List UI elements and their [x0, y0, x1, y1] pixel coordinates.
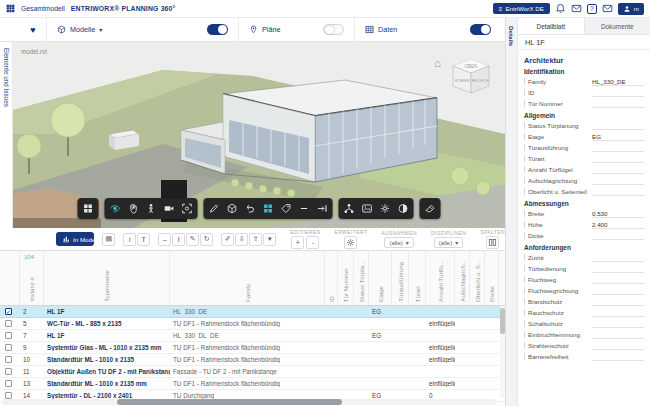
- column-header-anzahl[interactable]: Anzahl Türflü...: [426, 251, 455, 305]
- table-row[interactable]: 10Standardtür ML - 1010 x 2135TU DF1 - R…: [0, 354, 505, 366]
- more-button[interactable]: ▾: [263, 233, 276, 246]
- messages-icon[interactable]: [571, 3, 582, 14]
- mail-icon[interactable]: [602, 3, 613, 14]
- help-icon[interactable]: ?: [587, 4, 597, 14]
- columns-button[interactable]: [486, 236, 499, 249]
- grid-view-tool[interactable]: [260, 200, 277, 217]
- capture-tool[interactable]: [179, 200, 196, 217]
- export-button[interactable]: ⇩: [235, 233, 248, 246]
- field-value[interactable]: [592, 143, 644, 152]
- breadcrumb[interactable]: Gesamtmodell: [21, 5, 65, 12]
- field-value[interactable]: [592, 253, 644, 262]
- column-header-tuerausfuehrung[interactable]: Türausführung: [392, 251, 409, 305]
- field-value[interactable]: 0.530: [592, 209, 644, 218]
- isolate-tool[interactable]: [314, 200, 331, 217]
- add-row-button[interactable]: +: [291, 236, 304, 249]
- eraser-tool[interactable]: [422, 200, 439, 217]
- field-value[interactable]: [592, 275, 644, 284]
- field-value[interactable]: [592, 330, 644, 339]
- field-value[interactable]: [592, 319, 644, 328]
- elements-issues-rail[interactable]: Elemente und Issues: [0, 42, 13, 228]
- settings-tool[interactable]: [377, 200, 394, 217]
- fill-down-button[interactable]: ✐: [221, 233, 234, 246]
- column-header-oberlicht[interactable]: Oberlicht u. S...: [470, 251, 485, 305]
- tag-tool[interactable]: [278, 200, 295, 217]
- column-header-instanz[interactable]: 104Instanz #: [20, 251, 44, 305]
- table-row[interactable]: 5WC-Tür - ML - 885 x 2135TU DF1 - Rahmen…: [0, 318, 505, 330]
- vertical-scroll-thumb[interactable]: [500, 308, 505, 334]
- notifications-bell-icon[interactable]: [555, 3, 566, 14]
- tab-dokumente[interactable]: Dokumente: [584, 18, 650, 34]
- account-button[interactable]: ≡EntriWorX DE: [493, 3, 550, 14]
- field-value[interactable]: [592, 88, 644, 97]
- pan-tool[interactable]: [125, 200, 142, 217]
- daten-toggle[interactable]: [470, 24, 491, 35]
- column-header-typenname[interactable]: Typenname: [44, 251, 170, 305]
- column-header-family[interactable]: Family: [170, 251, 325, 305]
- modelle-toggle[interactable]: [207, 24, 228, 35]
- type-toggle-button[interactable]: T: [137, 233, 150, 246]
- row-checkbox[interactable]: [5, 368, 12, 375]
- contrast-tool[interactable]: [395, 200, 412, 217]
- field-value[interactable]: [592, 121, 644, 130]
- row-checkbox[interactable]: [5, 344, 12, 351]
- field-value[interactable]: [592, 165, 644, 174]
- row-checkbox[interactable]: [5, 320, 12, 327]
- edit-cell-button[interactable]: ✎: [186, 233, 199, 246]
- field-value[interactable]: [592, 352, 644, 361]
- plaene-label[interactable]: Pläne: [262, 25, 280, 34]
- snapshot-tool[interactable]: [359, 200, 376, 217]
- field-value[interactable]: [592, 264, 644, 273]
- disciplines-dropdown[interactable]: (alle)▾: [434, 237, 463, 248]
- column-header-status[interactable]: Status Türpla...: [354, 251, 369, 305]
- table-row[interactable]: 11Objekttür Außen TU DF 2 - mit Paniksta…: [0, 366, 505, 378]
- advanced-settings-button[interactable]: [344, 236, 357, 249]
- field-value[interactable]: [592, 176, 644, 185]
- column-header-etage[interactable]: Etage: [369, 251, 392, 305]
- orbit-tool[interactable]: [107, 200, 124, 217]
- table-horizontal-scrollbar[interactable]: [2, 399, 497, 405]
- select-all-header[interactable]: [0, 251, 20, 305]
- row-checkbox[interactable]: [5, 356, 12, 363]
- plaene-toggle[interactable]: [323, 24, 344, 35]
- column-header-breite[interactable]: Breite: [485, 251, 499, 305]
- row-checkbox[interactable]: ✓: [5, 308, 12, 315]
- details-side-tab[interactable]: Details: [506, 18, 518, 406]
- refresh-button[interactable]: ↻: [200, 233, 213, 246]
- table-row[interactable]: 9Systemtür Glas - ML - 1010 x 2135 mmTU …: [0, 342, 505, 354]
- column-header-id[interactable]: ID: [325, 251, 338, 305]
- model-3d-view[interactable]: model.rvt ⌂ OBEN VORNE RECHTS: [13, 42, 505, 228]
- section-box-tool[interactable]: [224, 200, 241, 217]
- field-value[interactable]: [592, 286, 644, 295]
- field-value[interactable]: [592, 341, 644, 350]
- row-height-button[interactable]: –: [158, 233, 171, 246]
- field-value[interactable]: [592, 99, 644, 108]
- column-header-aufschlag[interactable]: Aufschlagrich...: [455, 251, 470, 305]
- field-value[interactable]: 2.400: [592, 220, 644, 229]
- tab-detailblatt[interactable]: Detailblatt: [518, 18, 584, 34]
- field-value[interactable]: [592, 231, 644, 240]
- info-toggle-button[interactable]: i: [123, 233, 136, 246]
- hierarchy-tool[interactable]: [341, 200, 358, 217]
- show-in-model-button[interactable]: In Modell anzeigen: [56, 232, 94, 246]
- table-vertical-scrollbar[interactable]: [500, 306, 505, 398]
- row-checkbox[interactable]: [5, 332, 12, 339]
- import-button[interactable]: ⇧: [249, 233, 262, 246]
- walk-tool[interactable]: [143, 200, 160, 217]
- exceptions-dropdown[interactable]: (alle)▾: [384, 237, 413, 248]
- table-row[interactable]: 13Standardtür ML - 1010 x 2135 mmTU DF1 …: [0, 378, 505, 390]
- daten-label[interactable]: Daten: [378, 25, 397, 34]
- column-header-tuerart[interactable]: Türart: [409, 251, 426, 305]
- table-row[interactable]: 7HL 1FHL_330_DL_DEEG: [0, 330, 505, 342]
- measure-tool[interactable]: [206, 200, 223, 217]
- field-value[interactable]: [592, 187, 644, 196]
- field-value[interactable]: [592, 308, 644, 317]
- field-value[interactable]: [592, 154, 644, 163]
- horizontal-scroll-thumb[interactable]: [117, 399, 342, 405]
- user-menu-button[interactable]: m: [618, 3, 644, 15]
- table-view-button[interactable]: ▤: [102, 233, 115, 246]
- row-checkbox[interactable]: [5, 392, 12, 399]
- column-header-tuer_nummer[interactable]: Tür Nummer: [338, 251, 354, 305]
- chevron-down-icon[interactable]: ▾: [99, 26, 102, 33]
- view-cube[interactable]: OBEN VORNE RECHTS: [449, 56, 493, 96]
